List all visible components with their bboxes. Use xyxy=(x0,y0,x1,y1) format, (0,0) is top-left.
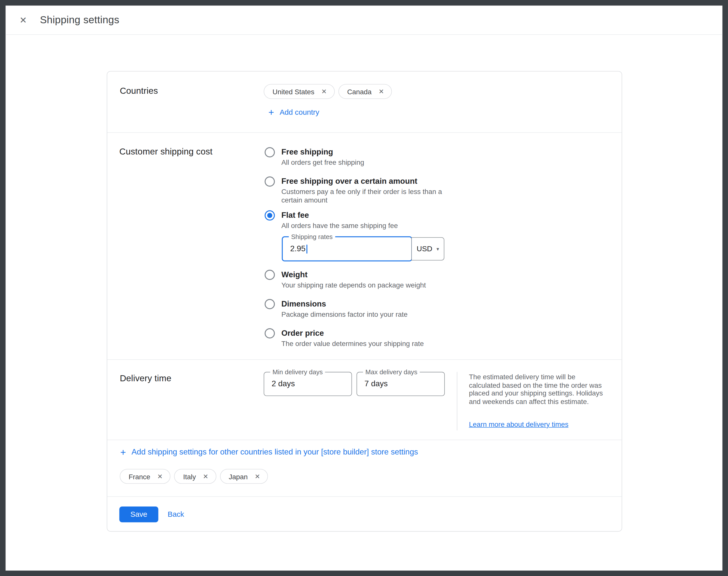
section-divider xyxy=(107,359,622,360)
delivery-time-note: The estimated delivery time will be calc… xyxy=(469,373,605,405)
radio-option-weight[interactable]: Weight Your shipping rate depends on pac… xyxy=(265,270,426,289)
remove-icon[interactable]: ✕ xyxy=(203,473,208,480)
other-countries-chip-row: France ✕ Italy ✕ Japan ✕ xyxy=(120,469,268,484)
shipping-rate-field-group: Shipping rates 2.95 USD ▾ xyxy=(282,236,444,261)
country-chip-japan[interactable]: Japan ✕ xyxy=(220,469,268,484)
close-icon[interactable]: ✕ xyxy=(17,13,30,27)
radio-option-description: The order value determines your shipping… xyxy=(281,340,424,348)
shipping-rates-input[interactable]: Shipping rates 2.95 xyxy=(282,236,412,261)
remove-icon[interactable]: ✕ xyxy=(157,473,163,480)
min-delivery-days-value: 2 days xyxy=(271,379,295,388)
delivery-time-section-label: Delivery time xyxy=(120,373,171,383)
shipping-settings-dialog: ✕ Shipping settings Countries United Sta… xyxy=(0,0,728,576)
radio-option-order-price[interactable]: Order price The order value determines y… xyxy=(265,328,424,348)
chip-label: United States xyxy=(272,87,314,95)
radio-option-flat-fee[interactable]: Flat fee All orders have the same shippi… xyxy=(265,210,398,230)
shipping-rates-value: 2.95 xyxy=(290,244,305,254)
country-chip-united-states[interactable]: United States ✕ xyxy=(264,84,335,99)
country-chip-canada[interactable]: Canada ✕ xyxy=(338,84,392,99)
section-divider xyxy=(107,496,622,497)
text-cursor xyxy=(307,244,307,253)
radio-option-description: Package dimensions factor into your rate xyxy=(281,310,408,318)
remove-icon[interactable]: ✕ xyxy=(321,88,327,95)
radio-option-title: Dimensions xyxy=(281,299,408,309)
chip-label: Japan xyxy=(229,472,248,481)
currency-select[interactable]: USD ▾ xyxy=(411,237,444,260)
radio-option-title: Free shipping xyxy=(281,147,364,157)
min-delivery-days-input[interactable]: Min delivery days 2 days xyxy=(264,372,352,396)
settings-card: Countries United States ✕ Canada ✕ + Add… xyxy=(107,71,622,531)
chevron-down-icon: ▾ xyxy=(437,246,439,252)
currency-value: USD xyxy=(416,245,432,253)
learn-more-link[interactable]: Learn more about delivery times xyxy=(469,420,569,428)
dialog-header: ✕ Shipping settings xyxy=(5,5,722,35)
radio-option-title: Free shipping over a certain amount xyxy=(281,176,447,186)
countries-chip-row: United States ✕ Canada ✕ xyxy=(264,84,392,99)
add-other-countries-button[interactable]: + Add shipping settings for other countr… xyxy=(120,447,418,457)
remove-icon[interactable]: ✕ xyxy=(255,473,260,480)
radio-unselected-icon[interactable] xyxy=(265,147,275,157)
add-other-countries-label: Add shipping settings for other countrie… xyxy=(132,447,418,457)
page-title: Shipping settings xyxy=(40,14,119,26)
radio-option-title: Order price xyxy=(281,328,424,338)
radio-unselected-icon[interactable] xyxy=(265,299,275,309)
radio-option-description: Your shipping rate depends on package we… xyxy=(281,281,426,289)
section-divider xyxy=(107,132,622,133)
radio-option-free-over-amount[interactable]: Free shipping over a certain amount Cust… xyxy=(265,176,448,204)
chip-label: Italy xyxy=(183,472,196,481)
remove-icon[interactable]: ✕ xyxy=(379,88,384,95)
add-country-label: Add country xyxy=(280,108,319,116)
radio-option-title: Weight xyxy=(281,270,426,280)
shipping-rates-field-label: Shipping rates xyxy=(289,233,335,240)
countries-section-label: Countries xyxy=(120,86,158,96)
max-delivery-days-input[interactable]: Max delivery days 7 days xyxy=(356,372,445,396)
chip-label: Canada xyxy=(347,87,372,95)
add-icon: + xyxy=(120,447,126,457)
min-delivery-days-label: Min delivery days xyxy=(270,368,325,376)
radio-option-free-shipping[interactable]: Free shipping All orders get free shippi… xyxy=(265,147,364,167)
radio-option-title: Flat fee xyxy=(281,210,398,220)
country-chip-france[interactable]: France ✕ xyxy=(120,469,171,484)
country-chip-italy[interactable]: Italy ✕ xyxy=(174,469,216,484)
max-delivery-days-label: Max delivery days xyxy=(363,368,420,376)
radio-option-dimensions[interactable]: Dimensions Package dimensions factor int… xyxy=(265,299,408,318)
section-divider xyxy=(107,440,622,440)
vertical-divider xyxy=(457,372,457,431)
radio-option-description: Customers pay a fee only if their order … xyxy=(281,188,447,204)
add-icon: + xyxy=(268,107,274,117)
radio-unselected-icon[interactable] xyxy=(265,176,275,187)
radio-option-description: All orders have the same shipping fee xyxy=(281,222,398,230)
radio-unselected-icon[interactable] xyxy=(265,328,275,339)
max-delivery-days-value: 7 days xyxy=(365,379,388,388)
radio-selected-icon[interactable] xyxy=(265,210,275,221)
chip-label: France xyxy=(128,472,150,481)
radio-unselected-icon[interactable] xyxy=(265,270,275,280)
save-button[interactable]: Save xyxy=(119,507,158,522)
back-button[interactable]: Back xyxy=(168,507,184,522)
add-country-button[interactable]: + Add country xyxy=(268,107,319,117)
radio-option-description: All orders get free shipping xyxy=(281,158,364,167)
shipping-cost-section-label: Customer shipping cost xyxy=(119,147,212,157)
